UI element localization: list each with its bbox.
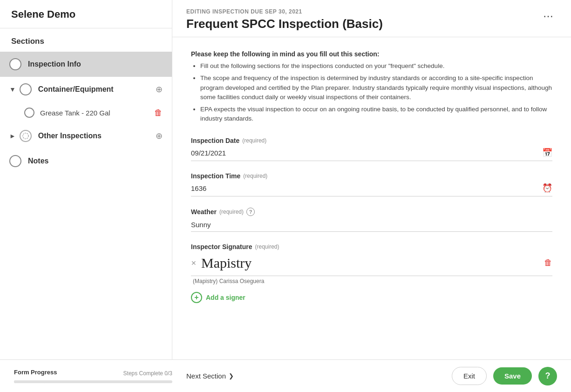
sidebar-circle-grease-tank [24,108,34,118]
more-options-button[interactable]: ⋯ [539,8,557,24]
signature-name: (Mapistry) Carissa Oseguera [193,278,552,284]
chevron-right-icon: ❯ [229,372,234,379]
sidebar-item-notes[interactable]: Notes [0,149,172,174]
delete-grease-tank-icon[interactable]: 🗑 [154,108,163,118]
sidebar-label-inspection-info: Inspection Info [28,60,163,68]
help-button[interactable]: ? [538,367,557,385]
next-section-label: Next Section [186,372,226,380]
weather-field: Weather (required) ? [191,208,552,232]
svg-point-0 [23,133,28,139]
inspection-time-input[interactable] [191,182,542,194]
inspector-signature-required: (required) [255,243,279,250]
weather-required: (required) [219,209,244,215]
signature-image: Mapistry [201,253,544,273]
chevron-right-icon: ► [9,132,16,140]
add-other-icon[interactable]: ⊕ [156,131,163,141]
inspection-time-field: Inspection Time (required) ⏰ [191,172,552,196]
delete-signature-icon[interactable]: 🗑 [544,258,552,268]
inspector-signature-field: Inspector Signature (required) ✕ Mapistr… [191,243,552,303]
clock-icon[interactable]: ⏰ [542,183,552,193]
weather-input[interactable] [191,219,552,232]
progress-bar-fill [14,380,46,383]
sections-label: Sections [0,28,172,52]
instructions-box: Please keep the following in mind as you… [191,50,552,124]
content-area: Please keep the following in mind as you… [172,37,571,359]
inspection-date-required: (required) [242,137,266,144]
check-icon [22,133,29,139]
exit-button[interactable]: Exit [452,367,487,385]
sidebar-subitem-grease-tank[interactable]: Grease Tank - 220 Gal 🗑 [0,102,172,123]
sidebar-circle-other [20,130,32,142]
signature-row: ✕ Mapistry 🗑 [191,253,552,276]
sidebar-item-container-equipment[interactable]: ▼ Container/Equipment ⊕ [0,77,172,102]
instruction-item-3: EPA expects the visual inspection to occ… [200,105,552,124]
instruction-item-1: Fill out the following sections for the … [200,61,552,71]
footer-right: Next Section ❯ Exit Save ? [186,367,557,385]
steps-complete-label: Steps Complete 0/3 [123,370,172,377]
sidebar-label-other: Other Inspections [38,132,156,140]
calendar-icon[interactable]: 📅 [542,148,552,158]
weather-help-icon[interactable]: ? [246,208,255,216]
sidebar-label-notes: Notes [28,157,163,165]
sidebar-label-container: Container/Equipment [38,85,156,94]
sidebar-label-grease-tank: Grease Tank - 220 Gal [40,109,154,117]
instruction-item-2: The scope and frequency of the inspectio… [200,74,552,102]
inspection-time-required: (required) [243,173,267,179]
progress-bar [14,380,172,383]
add-container-icon[interactable]: ⊕ [156,84,163,95]
form-progress-label: Form Progress [14,369,57,376]
inspection-time-label: Inspection Time (required) [191,172,552,180]
inspection-date-field: Inspection Date (required) 📅 [191,137,552,161]
inspection-date-input-wrap: 📅 [191,147,552,161]
signature-x-mark: ✕ [191,259,197,267]
inspection-time-input-wrap: ⏰ [191,182,552,196]
page-title: Frequent SPCC Inspection (Basic) [186,17,383,31]
inspection-date-label: Inspection Date (required) [191,137,552,144]
footer: Form Progress Steps Complete 0/3 Next Se… [0,359,571,392]
chevron-down-icon: ▼ [9,86,16,93]
inspection-date-input[interactable] [191,147,542,159]
weather-label: Weather (required) ? [191,208,552,216]
instructions-list: Fill out the following sections for the … [191,61,552,124]
sidebar-circle-notes [9,155,21,167]
add-signer-label: Add a signer [206,294,245,301]
inspector-signature-label: Inspector Signature (required) [191,243,552,250]
editing-label: EDITING INSPECTION DUE SEP 30, 2021 [186,8,383,15]
app-title: Selene Demo [0,0,172,28]
sidebar-circle-container [20,83,32,95]
save-button[interactable]: Save [493,367,532,385]
add-signer-button[interactable]: + Add a signer [191,292,552,303]
add-signer-plus-icon: + [191,292,202,303]
instructions-bold: Please keep the following in mind as you… [191,50,552,58]
footer-actions: Exit Save ? [452,367,557,385]
sidebar-item-inspection-info[interactable]: Inspection Info [0,52,172,77]
next-section-button[interactable]: Next Section ❯ [186,372,234,380]
sidebar-circle-inspection-info [9,58,21,70]
footer-left: Form Progress Steps Complete 0/3 [14,369,186,383]
sidebar-item-other-inspections[interactable]: ► Other Inspections ⊕ [0,123,172,149]
header: EDITING INSPECTION DUE SEP 30, 2021 Freq… [172,0,571,37]
